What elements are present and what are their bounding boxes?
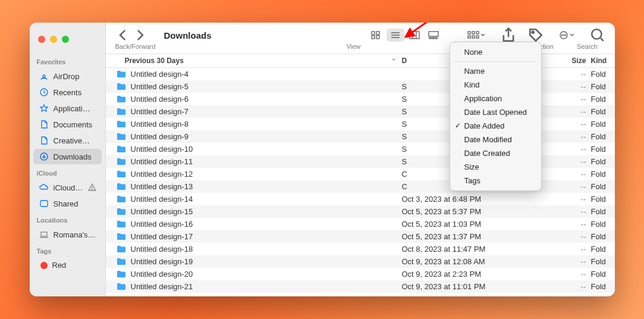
file-kind: Fold — [586, 245, 615, 254]
label-view: View — [297, 43, 411, 50]
group-by-date-modified[interactable]: Date Modified — [450, 133, 541, 146]
menu-separator — [455, 61, 536, 62]
gallery-view-button[interactable] — [425, 29, 442, 42]
file-name: Untitled design-8 — [131, 120, 189, 129]
file-size: -- — [539, 182, 586, 191]
group-by-application[interactable]: Application — [450, 92, 541, 105]
icon-view-button[interactable] — [367, 29, 385, 42]
sidebar-label: AirDrop — [54, 72, 80, 81]
sidebar-item-airdrop[interactable]: AirDrop — [33, 68, 102, 84]
file-row[interactable]: Untitled design-18Oct 8, 2023 at 11:47 P… — [106, 243, 615, 255]
airdrop-icon — [39, 71, 49, 81]
file-date: Oct 5, 2023 at 1:37 PM — [402, 232, 539, 241]
file-name: Untitled design-13 — [131, 182, 193, 191]
close-window-button[interactable] — [38, 36, 45, 43]
doc-icon — [39, 120, 49, 129]
file-name: Untitled design-19 — [131, 257, 193, 266]
group-by-tags[interactable]: Tags — [450, 174, 541, 187]
file-name: Untitled design-15 — [131, 207, 193, 216]
sidebar-item-documents[interactable]: Documents — [33, 117, 102, 132]
file-name: Untitled design-7 — [131, 107, 189, 116]
file-name: Untitled design-21 — [131, 282, 193, 291]
file-size: -- — [539, 70, 586, 79]
sidebar-label: Creative… — [54, 136, 90, 145]
sort-chevron-icon: ⌃ — [391, 58, 396, 64]
file-kind: Fold — [586, 82, 615, 91]
file-date: Oct 5, 2023 at 5:37 PM — [402, 207, 539, 216]
svg-rect-17 — [429, 32, 438, 36]
shared-icon — [39, 199, 49, 208]
file-size: -- — [539, 257, 586, 266]
svg-point-4 — [92, 189, 93, 190]
svg-rect-26 — [476, 36, 479, 38]
laptop-icon — [39, 230, 49, 239]
file-row[interactable]: Untitled design-21Oct 9, 2023 at 11:01 P… — [106, 280, 615, 293]
group-by-menu: None NameKindApplicationDate Last Opened… — [450, 42, 542, 191]
column-view-button[interactable] — [406, 29, 423, 42]
sidebar-tag-red[interactable]: Red — [33, 258, 102, 273]
file-size: -- — [539, 207, 586, 216]
file-name: Untitled design-10 — [131, 145, 193, 154]
file-size: -- — [539, 270, 586, 279]
svg-line-33 — [600, 38, 603, 41]
file-row[interactable]: Untitled design-20Oct 9, 2023 at 2:23 PM… — [106, 268, 615, 280]
file-row[interactable]: Untitled design-15Oct 5, 2023 at 5:37 PM… — [106, 205, 615, 218]
folder-icon — [117, 70, 126, 78]
search-button[interactable] — [590, 29, 605, 42]
column-name[interactable]: Previous 30 Days⌃ — [106, 57, 402, 65]
svg-rect-9 — [376, 32, 379, 35]
folder-icon — [117, 195, 126, 203]
group-by-size[interactable]: Size — [450, 160, 541, 174]
chevron-down-icon — [480, 33, 485, 37]
minimize-window-button[interactable] — [50, 36, 57, 43]
action-menu-button[interactable] — [555, 29, 578, 41]
folder-icon — [117, 220, 126, 228]
group-by-date-added[interactable]: Date Added✓ — [450, 119, 541, 133]
tag-label: Red — [52, 261, 67, 270]
file-row[interactable]: Untitled design-19Oct 9, 2023 at 12:08 A… — [106, 255, 615, 268]
back-button[interactable] — [115, 29, 131, 42]
group-by-kind[interactable]: Kind — [450, 78, 541, 92]
tags-button[interactable] — [528, 29, 544, 42]
svg-rect-8 — [372, 36, 375, 39]
zoom-window-button[interactable] — [62, 36, 69, 43]
sidebar-item-icloud[interactable]: iCloud… — [33, 180, 102, 195]
group-by-button[interactable] — [464, 30, 489, 40]
group-by-none[interactable]: None — [450, 45, 541, 59]
svg-point-30 — [563, 35, 564, 35]
sidebar-item-downloads[interactable]: Downloads — [33, 149, 102, 164]
file-size: -- — [539, 95, 586, 104]
sidebar: Favorites AirDropRecentsApplicati…Docume… — [30, 23, 106, 296]
column-size[interactable]: Size — [539, 57, 586, 65]
file-row[interactable]: Untitled design-17Oct 5, 2023 at 1:37 PM… — [106, 230, 615, 243]
group-by-date-last-opened[interactable]: Date Last Opened — [450, 105, 541, 119]
sidebar-item-creative[interactable]: Creative… — [33, 133, 102, 148]
sidebar-label: Shared — [54, 199, 78, 208]
file-kind: Fold — [586, 207, 615, 216]
group-by-name[interactable]: Name — [450, 64, 541, 78]
forward-button[interactable] — [132, 29, 147, 42]
folder-icon — [117, 183, 126, 190]
file-kind: Fold — [586, 132, 615, 141]
sidebar-section-favorites: Favorites — [30, 54, 105, 68]
column-kind[interactable]: Kind — [586, 57, 615, 65]
file-name: Untitled design-16 — [131, 220, 193, 229]
sidebar-section-locations: Locations — [30, 212, 105, 226]
sidebar-item-applicati[interactable]: Applicati… — [33, 101, 102, 116]
file-row[interactable]: Untitled design-16Oct 5, 2023 at 1:03 PM… — [106, 218, 615, 230]
svg-rect-25 — [476, 32, 479, 34]
file-size: -- — [539, 82, 586, 91]
sidebar-item-shared[interactable]: Shared — [33, 196, 102, 211]
share-button[interactable] — [501, 29, 516, 42]
file-kind: Fold — [586, 257, 615, 266]
svg-rect-23 — [472, 32, 475, 34]
sidebar-item-romanas[interactable]: Romana's… — [33, 227, 102, 242]
file-size: -- — [539, 170, 586, 179]
file-name: Untitled design-5 — [131, 82, 189, 91]
sidebar-item-recents[interactable]: Recents — [33, 85, 102, 100]
group-by-date-created[interactable]: Date Created — [450, 146, 541, 160]
list-view-button[interactable] — [387, 29, 404, 42]
file-name: Untitled design-14 — [131, 195, 193, 204]
check-icon: ✓ — [455, 121, 461, 130]
file-row[interactable]: Untitled design-14Oct 3, 2023 at 6:48 PM… — [106, 193, 615, 205]
